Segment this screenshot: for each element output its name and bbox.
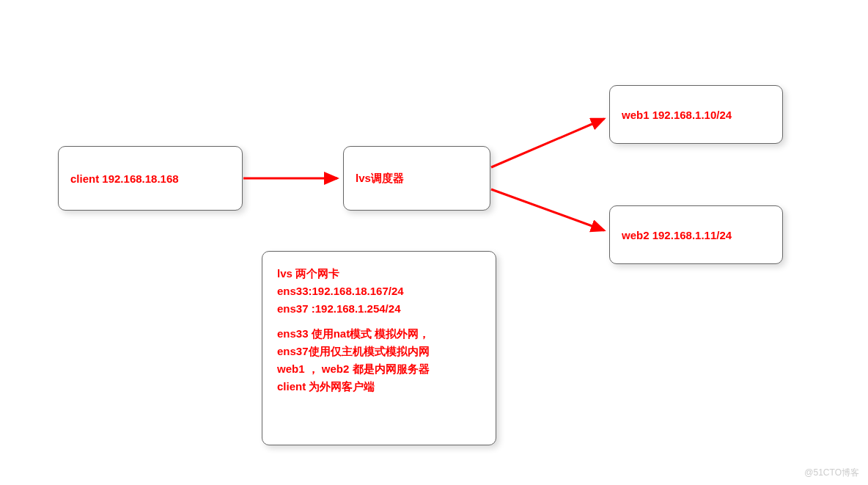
client-node: client 192.168.18.168 <box>58 146 243 211</box>
watermark: @51CTO博客 <box>804 467 859 479</box>
info-line3: ens37 :192.168.1.254/24 <box>277 300 481 318</box>
client-label: client 192.168.18.168 <box>70 172 179 185</box>
info-line7: client 为外网客户端 <box>277 378 481 395</box>
lvs-node: lvs调度器 <box>343 146 490 211</box>
lvs-label: lvs调度器 <box>356 172 404 186</box>
web2-node: web2 192.168.1.11/24 <box>609 205 783 264</box>
arrow-lvs-to-web2 <box>491 189 604 230</box>
info-line1: lvs 两个网卡 <box>277 265 481 282</box>
lvs-info-box: lvs 两个网卡 ens33:192.168.18.167/24 ens37 :… <box>262 251 496 445</box>
info-line2: ens33:192.168.18.167/24 <box>277 282 481 300</box>
info-line5: ens37使用仅主机模式模拟内网 <box>277 343 481 360</box>
web2-label: web2 192.168.1.11/24 <box>622 229 732 241</box>
web1-label: web1 192.168.1.10/24 <box>622 109 732 121</box>
info-line4: ens33 使用nat模式 模拟外网， <box>277 325 481 343</box>
info-line6: web1 ， web2 都是内网服务器 <box>277 360 481 378</box>
arrow-lvs-to-web1 <box>491 119 604 167</box>
web1-node: web1 192.168.1.10/24 <box>609 85 783 144</box>
